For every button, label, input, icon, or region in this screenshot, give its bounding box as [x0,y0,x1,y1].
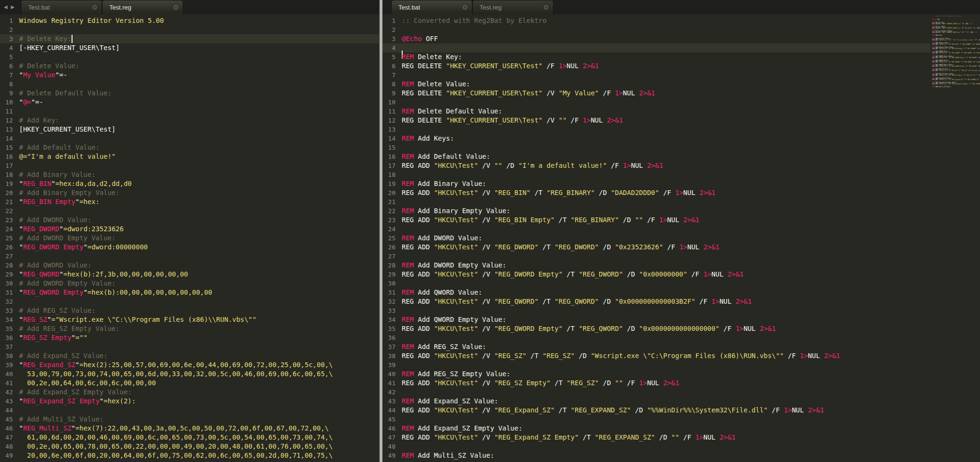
tab-scroll-right-icon[interactable]: ▶ [11,4,15,10]
code-line-3[interactable]: 3# Delete Key: [0,34,379,43]
code-line-31[interactable]: 31REM Add QWORD Value: [383,288,930,297]
code-line-7[interactable]: 7"My Value"=- [0,71,379,80]
code-line-25[interactable]: 25# Add DWORD Empty Value: [0,234,379,243]
code-line-39[interactable]: 39 [383,360,930,370]
code-line-9[interactable]: 9# Delete Default Value: [0,89,379,98]
code-line-8[interactable]: 8 [0,80,379,89]
code-line-19[interactable]: 19REM Add Binary Value: [383,179,930,188]
code-line-38[interactable]: 38# Add Expand_SZ Value: [0,351,379,360]
code-line-6[interactable]: 6# Delete Value: [0,62,379,71]
code-line-6[interactable]: 6REG DELETE "HKEY_CURRENT_USER\Test" /F … [383,62,930,71]
code-line-17[interactable]: 17REG ADD "HKCU\Test" /V "" /D "I'm a de… [383,161,930,170]
code-line-27[interactable]: 27 [383,252,930,261]
code-line-13[interactable]: 13[HKEY_CURRENT_USER\Test] [0,125,379,134]
code-line-25[interactable]: 25REM Add DWORD Value: [383,234,930,243]
tab-close-icon[interactable] [93,5,97,10]
code-line-21[interactable]: 21"REG_BIN Empty"=hex: [0,197,379,206]
code-line-20[interactable]: 20REG ADD "HKCU\Test" /V "REG_BIN" /T "R… [383,188,930,197]
code-line-30[interactable]: 30 [383,279,930,288]
code-line-23[interactable]: 23# Add DWORD Value: [0,216,379,225]
code-line-36[interactable]: 36"REG_SZ Empty"="" [0,333,379,342]
code-line-11[interactable]: 11REM Delete Default Value: [383,107,930,116]
pane-divider[interactable] [379,0,383,462]
code-line-26[interactable]: 26REG ADD "HKCU\Test" /V "REG_DWORD" /T … [383,243,930,252]
code-line-38[interactable]: 38REG ADD "HKCU\Test" /V "REG_SZ" /T "RE… [383,351,930,360]
code-line-1[interactable]: 1:: Converted with Reg2Bat by Elektro [383,16,930,25]
tab-scroll-left-icon[interactable]: ◀ [4,4,8,10]
code-line-4[interactable]: 4 [383,43,930,52]
code-line-22[interactable]: 22 [0,206,379,216]
code-line-47[interactable]: 47REG ADD "HKCU\Test" /V "REG_Expand_SZ … [383,433,930,442]
code-line-8[interactable]: 8REM Delete Value: [383,80,930,89]
code-line-37[interactable]: 37REM Add REG_SZ Value: [383,342,930,351]
code-line-41[interactable]: 41REG ADD "HKCU\Test" /V "REG_SZ Empty" … [383,379,930,388]
code-line-46[interactable]: 46REM Add Expand_SZ Empty Value: [383,424,930,433]
code-line-1[interactable]: 1Windows Registry Editor Version 5.00 [0,16,379,25]
code-line-46[interactable]: 46"REG_Multi_SZ"=hex(7):22,00,43,00,3a,0… [0,424,379,433]
code-line-12[interactable]: 12REG DELETE "HKEY_CURRENT_USER\Test" /V… [383,116,930,125]
code-line-15[interactable]: 15# Add Default Value: [0,143,379,152]
code-line-36[interactable]: 36 [383,333,930,342]
code-line-2[interactable]: 2 [383,25,930,34]
code-line-43[interactable]: 43REM Add Expand_SZ Value: [383,397,930,406]
code-line-34[interactable]: 34REM Add QWORD Empty Value: [383,315,930,324]
code-line-35[interactable]: 35REG ADD "HKCU\Test" /V "REG_QWORD Empt… [383,324,930,333]
code-line-48[interactable]: 48 [383,442,930,451]
code-line-17[interactable]: 17 [0,161,379,170]
code-line-10[interactable]: 10 [383,98,930,107]
tab-test-bat[interactable]: Test.bat [21,0,102,14]
tab-test-bat[interactable]: Test.bat [391,0,472,14]
code-line-34[interactable]: 34"REG_SZ"="Wscript.exe \"C:\\Program Fi… [0,315,379,324]
code-line-7[interactable]: 7 [383,71,930,80]
code-line-28[interactable]: 28# Add QWORD Value: [0,261,379,270]
minimap[interactable]: :: Converted with Reg2Bat by Elektro @Ec… [930,14,980,462]
code-line-2[interactable]: 2 [0,25,379,34]
code-line-42[interactable]: 42# Add Expand_SZ Empty Value: [0,388,379,397]
tab-close-icon[interactable] [463,5,467,10]
tab-close-icon[interactable] [544,5,548,10]
code-line-5[interactable]: 5REM Delete Key: [383,52,930,62]
code-line-13[interactable]: 13 [383,125,930,134]
code-line-15[interactable]: 15 [383,143,930,152]
tab-test-reg[interactable]: Test.reg [102,0,183,14]
code-line-45[interactable]: 45# Add Multi_SZ Value: [0,415,379,424]
code-line-5[interactable]: 5 [0,52,379,62]
code-line-21[interactable]: 21 [383,197,930,206]
code-line-47[interactable]: 47 61,00,6d,00,20,00,46,00,69,00,6c,00,6… [0,433,379,442]
code-line-44[interactable]: 44REG ADD "HKCU\Test" /V "REG_Expand_SZ"… [383,406,930,415]
code-line-41[interactable]: 41 00,2e,00,64,00,6c,00,6c,00,00,00 [0,379,379,388]
code-line-45[interactable]: 45 [383,415,930,424]
code-line-18[interactable]: 18 [383,170,930,179]
code-line-14[interactable]: 14 [0,134,379,143]
code-line-11[interactable]: 11 [0,107,379,116]
code-line-31[interactable]: 31"REG_QWORD Empty"=hex(b):00,00,00,00,0… [0,288,379,297]
code-line-19[interactable]: 19"REG_BIN"=hex:da,da,d2,dd,d0 [0,179,379,188]
code-line-24[interactable]: 24"REG_DWORD"=dword:23523626 [0,225,379,234]
code-line-22[interactable]: 22REM Add Binary Empty Value: [383,206,930,216]
code-line-18[interactable]: 18# Add Binary Value: [0,170,379,179]
code-line-26[interactable]: 26"REG_DWORD Empty"=dword:00000000 [0,243,379,252]
code-line-12[interactable]: 12# Add Key: [0,116,379,125]
code-line-39[interactable]: 39"REG_Expand_SZ"=hex(2):25,00,57,00,69,… [0,360,379,370]
tab-close-icon[interactable] [174,5,178,10]
code-line-29[interactable]: 29"REG_QWORD"=hex(b):2f,3b,00,00,00,00,0… [0,270,379,279]
code-line-33[interactable]: 33 [383,306,930,315]
code-line-3[interactable]: 3@Echo OFF [383,34,930,43]
code-line-37[interactable]: 37 [0,342,379,351]
code-line-30[interactable]: 30# Add QWORD Empty Value: [0,279,379,288]
tab-test-reg[interactable]: Test.reg [472,0,553,14]
right-editor-content[interactable]: 1:: Converted with Reg2Bat by Elektro23@… [383,14,980,462]
code-line-4[interactable]: 4[-HKEY_CURRENT_USER\Test] [0,43,379,52]
code-line-40[interactable]: 40REM Add REG_SZ Empty Value: [383,370,930,379]
code-line-32[interactable]: 32REG ADD "HKCU\Test" /V "REG_QWORD" /T … [383,297,930,306]
code-line-49[interactable]: 49 20,00,6e,00,6f,00,20,00,64,00,6f,00,7… [0,451,379,460]
code-line-44[interactable]: 44 [0,406,379,415]
code-line-33[interactable]: 33# Add REG_SZ Value: [0,306,379,315]
code-line-32[interactable]: 32 [0,297,379,306]
code-line-49[interactable]: 49REM Add Multi_SZ Value: [383,451,930,460]
code-line-10[interactable]: 10"@="=- [0,98,379,107]
code-line-48[interactable]: 48 00,2e,00,65,00,78,00,65,00,22,00,00,0… [0,442,379,451]
left-editor-content[interactable]: 1Windows Registry Editor Version 5.0023#… [0,14,379,462]
code-line-40[interactable]: 40 53,00,79,00,73,00,74,00,65,00,6d,00,3… [0,370,379,379]
code-line-28[interactable]: 28REM Add DWORD Empty Value: [383,261,930,270]
